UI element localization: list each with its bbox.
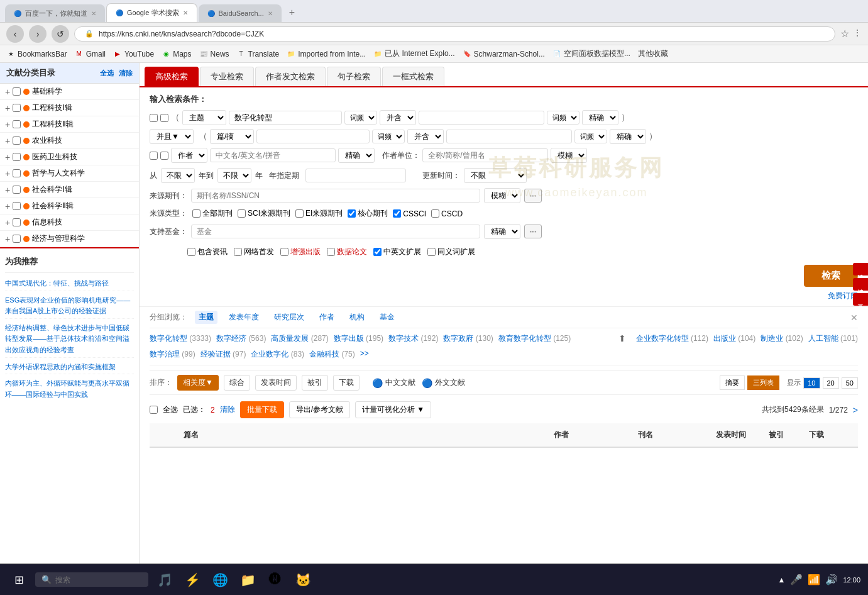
clear-link[interactable]: 清除 <box>119 69 133 78</box>
cb-all-journals[interactable]: 全部期刊 <box>192 208 233 219</box>
foreign-lit-btn[interactable]: 🔵 外文文献 <box>422 377 465 388</box>
tag-13[interactable]: 企业数字化 (83) <box>251 349 304 360</box>
cb-data-paper[interactable]: 数据论文 <box>327 247 367 257</box>
export-btn[interactable]: 导出/参考文献 <box>289 401 350 418</box>
bookmark-maps[interactable]: ◉ Maps <box>159 48 194 60</box>
float-edit-btn[interactable]: 编辑 <box>853 263 868 275</box>
tag-9[interactable]: 制造业 (102) <box>761 333 803 344</box>
cb-core[interactable]: 核心期刊 <box>348 208 388 219</box>
sidebar-item-social2[interactable]: + 社会科学Ⅱ辑 <box>0 198 139 214</box>
row2-value2-input[interactable] <box>446 130 572 143</box>
bookmark-bookmarksbar[interactable]: ★ BookmarksBar <box>4 48 70 60</box>
row2-value-input[interactable] <box>256 130 370 143</box>
tag-6[interactable]: 教育数字化转型 (125) <box>498 333 571 344</box>
address-bar[interactable]: 🔒 https://kns.cnki.net/kns/advsearch?dbc… <box>74 26 835 42</box>
browse-tab-author[interactable]: 作者 <box>316 311 338 324</box>
cb-sci[interactable]: SCI来源期刊 <box>238 208 290 219</box>
cb-synonym[interactable]: 同义词扩展 <box>427 247 475 257</box>
bookmark-gmail[interactable]: M Gmail <box>72 48 108 60</box>
row3-match-select[interactable]: 精确 模糊 <box>338 148 375 163</box>
row1-logic-select[interactable]: 并含 或含 不含 <box>380 110 416 125</box>
row3-unit-input[interactable] <box>422 148 548 162</box>
tag-10[interactable]: 人工智能 (101) <box>808 333 858 344</box>
source-period-input[interactable] <box>191 189 480 203</box>
view-list-btn[interactable]: 三列表 <box>747 375 779 390</box>
tab-advanced-search[interactable]: 高级检索 <box>145 67 199 86</box>
float-tool-btn[interactable]: 工具 <box>853 293 868 306</box>
tag-12[interactable]: 经验证据 (97) <box>201 349 246 360</box>
sort-download-btn[interactable]: 下载 <box>333 375 360 391</box>
bookmark-schwarzman[interactable]: 🔖 Schwarzman-Schol... <box>460 48 547 60</box>
page-next-btn[interactable]: > <box>853 405 858 415</box>
sidebar-item-eng2[interactable]: + 工程科技Ⅱ辑 <box>0 116 139 133</box>
browser-tab-active[interactable]: 🔵 Google 学术搜索 ✕ <box>106 3 197 22</box>
row3-unit-match-select[interactable]: 模糊 精确 <box>551 148 587 163</box>
tag-4[interactable]: 数字技术 (192) <box>388 333 438 344</box>
display-20-btn[interactable]: 20 <box>823 377 839 389</box>
cb-include-info[interactable]: 包含资讯 <box>187 247 228 257</box>
row2-match-select[interactable]: 精确 模糊 <box>610 129 646 144</box>
search-button[interactable]: 检索 <box>804 265 858 287</box>
taskbar-search-input[interactable] <box>55 576 131 584</box>
new-tab-button[interactable]: + <box>283 4 301 21</box>
recommend-item-3[interactable]: 大学外语课程思政的内涵和实施框架 <box>5 360 134 375</box>
tab-unified-search[interactable]: 一框式检索 <box>382 67 444 86</box>
taskbar-app-1[interactable]: 🎵 <box>153 569 176 591</box>
row1-checkbox2[interactable] <box>160 114 168 122</box>
batch-download-btn[interactable]: 批量下载 <box>240 401 284 418</box>
source-period-expand-btn[interactable]: ··· <box>524 189 542 203</box>
date-to-select[interactable]: 不限 <box>217 168 251 183</box>
browser-tab-inactive-1[interactable]: 🔵 百度一下，你就知道 ✕ <box>5 4 105 22</box>
bookmark-space[interactable]: 📄 空间面板数据模型... <box>550 47 633 60</box>
sort-date-btn[interactable]: 发表时间 <box>255 375 297 391</box>
cb-enhanced[interactable]: 增强出版 <box>280 247 321 257</box>
year-period-input[interactable] <box>305 169 406 182</box>
row2-field-select[interactable]: 篇/摘 题名 关键词 <box>210 129 254 144</box>
taskbar-app-6[interactable]: 🐱 <box>292 569 314 591</box>
forward-button[interactable]: › <box>29 25 47 43</box>
view-abstract-btn[interactable]: 摘要 <box>720 375 745 390</box>
sidebar-item-agri[interactable]: + 农业科技 <box>0 133 139 149</box>
settings-icon[interactable]: ⋮ <box>853 28 862 40</box>
tag-2[interactable]: 高质量发展 (287) <box>271 333 328 344</box>
row2-logic-select[interactable]: 并含 或含 <box>407 129 444 144</box>
close-browse-btn[interactable]: ✕ <box>850 313 858 323</box>
sort-comprehensive-btn[interactable]: 综合 <box>224 375 250 391</box>
sidebar-item-medical[interactable]: + 医药卫生科技 <box>0 149 139 165</box>
recommend-item-1[interactable]: ESG表现对企业价值的影响机电研究——来自我国A股上市公司的经验证据 <box>5 294 134 319</box>
cb-ei[interactable]: EI来源期刊 <box>295 208 343 219</box>
sidebar-item-info[interactable]: + 信息科技 <box>0 214 139 231</box>
cb-cssci[interactable]: CSSCI <box>393 209 426 218</box>
back-button[interactable]: ‹ <box>6 25 24 43</box>
sidebar-item-economics[interactable]: + 经济与管理科学 <box>0 231 139 247</box>
tag-1[interactable]: 数字经济 (563) <box>216 333 266 344</box>
bookmark-youtube[interactable]: ▶ YouTube <box>111 48 157 60</box>
tab-author-search[interactable]: 作者发文检索 <box>255 67 326 86</box>
row2-connector-select[interactable]: 并且▼ 或者 不含 <box>150 129 194 144</box>
taskbar-wifi-icon[interactable]: 📶 <box>808 574 820 586</box>
start-button[interactable]: ⊞ <box>8 569 30 591</box>
bookmark-translate[interactable]: T Translate <box>234 48 282 60</box>
row3-checkbox2[interactable] <box>160 152 168 160</box>
full-select-link[interactable]: 全选 <box>100 69 114 78</box>
browse-tab-fund[interactable]: 基金 <box>376 311 398 324</box>
float-feedback-btn[interactable]: 反馈 <box>853 278 868 291</box>
select-all-checkbox[interactable] <box>150 406 158 414</box>
row1-freq2-select[interactable]: 词频 <box>547 111 580 125</box>
tag-11[interactable]: 数字治理 (99) <box>150 349 195 360</box>
source-period-match-select[interactable]: 模糊 精确 <box>484 188 520 203</box>
display-50-btn[interactable]: 50 <box>842 377 858 389</box>
recommend-item-2[interactable]: 经济结构调整、绿色技术进步与中国低碳转型发展——基于总体技术前沿和空间溢出效应视… <box>5 321 134 358</box>
cb-cscd[interactable]: CSCD <box>431 209 463 218</box>
tag-7[interactable]: 企业数字化转型 (112) <box>636 333 708 344</box>
taskbar-app-2[interactable]: ⚡ <box>181 569 204 591</box>
browse-tab-level[interactable]: 研究层次 <box>270 311 308 324</box>
reload-button[interactable]: ↺ <box>52 25 69 43</box>
update-time-select[interactable]: 不限 <box>464 168 527 183</box>
chinese-lit-btn[interactable]: 🔵 中文文献 <box>372 377 415 388</box>
tag-14[interactable]: 金融科技 (75) <box>309 349 355 360</box>
bookmark-news[interactable]: 📰 News <box>197 48 232 60</box>
taskbar-app-5[interactable]: 🅦 <box>264 569 287 591</box>
tab-professional-search[interactable]: 专业检索 <box>200 67 254 86</box>
row1-value-input[interactable] <box>229 111 342 125</box>
